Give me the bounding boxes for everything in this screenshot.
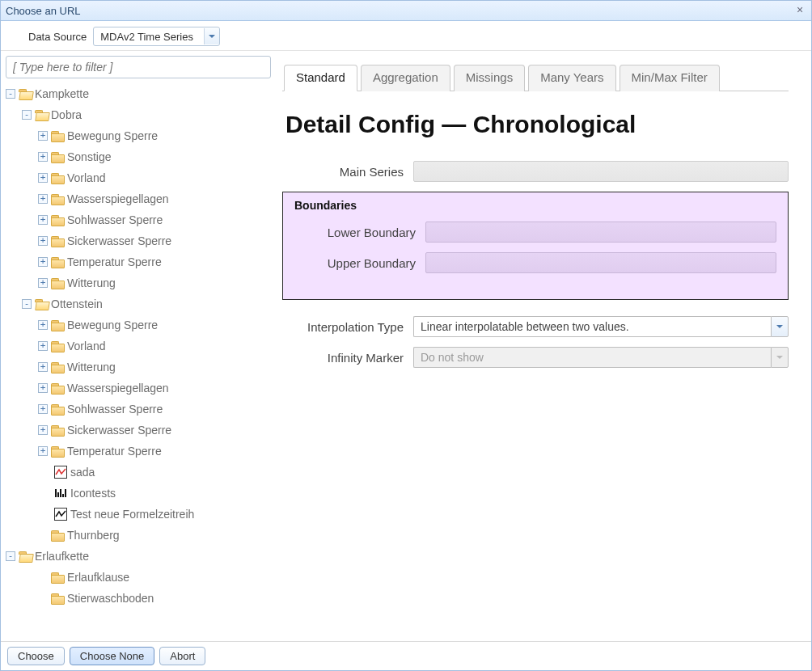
expand-icon[interactable]: +: [38, 383, 48, 393]
boundaries-legend: Boundaries: [294, 199, 776, 212]
tree-node-label: Temperatur Sperre: [67, 251, 162, 272]
tree-node-label: Wasserspiegellagen: [67, 378, 169, 399]
choose-none-button[interactable]: Choose None: [70, 647, 155, 665]
folder-icon: [35, 299, 48, 310]
expand-icon[interactable]: +: [38, 257, 48, 267]
interpolation-value: Linear interpolatable between two values…: [413, 316, 771, 337]
expand-icon[interactable]: +: [38, 152, 48, 162]
tree-node-label: Ottenstein: [51, 293, 103, 314]
tree-node-label: Bewegung Sperre: [67, 125, 158, 146]
folder-icon: [19, 89, 32, 99]
tree-node-label: Erlaufklause: [67, 567, 129, 588]
upper-boundary-input[interactable]: [425, 252, 776, 273]
tree-node[interactable]: -Erlaufkette: [6, 546, 271, 567]
expand-icon[interactable]: +: [38, 320, 48, 330]
collapse-icon[interactable]: -: [22, 110, 32, 120]
tree[interactable]: -Kampkette-Dobra+Bewegung Sperre+Sonstig…: [6, 83, 271, 641]
tree-node[interactable]: sada: [6, 462, 271, 483]
folder-icon: [51, 173, 64, 184]
tree-node-label: Temperatur Sperre: [67, 441, 162, 462]
expand-icon[interactable]: +: [38, 404, 48, 414]
chart-icon: [54, 508, 67, 521]
main-series-label: Main Series: [282, 165, 404, 179]
tree-node[interactable]: +Vorland: [6, 167, 271, 188]
expand-icon[interactable]: +: [38, 362, 48, 372]
tree-node-label: sada: [70, 462, 95, 483]
folder-icon: [51, 341, 64, 352]
tree-node-label: Sonstige: [67, 146, 111, 167]
expand-icon[interactable]: +: [38, 341, 48, 351]
tree-node[interactable]: Icontests: [6, 483, 271, 504]
folder-icon: [51, 446, 64, 457]
filter-input[interactable]: [6, 56, 271, 78]
tree-node[interactable]: +Sickerwasser Sperre: [6, 420, 271, 441]
tree-node[interactable]: +Bewegung Sperre: [6, 125, 271, 146]
tab-missings[interactable]: Missings: [454, 65, 525, 91]
folder-icon: [51, 362, 64, 373]
tree-node[interactable]: +Wasserspiegellagen: [6, 378, 271, 399]
expand-icon[interactable]: +: [38, 215, 48, 225]
expand-icon[interactable]: +: [38, 131, 48, 141]
tree-node[interactable]: Erlaufklause: [6, 567, 271, 588]
tree-node[interactable]: +Sohlwasser Sperre: [6, 399, 271, 420]
folder-icon: [51, 593, 64, 604]
expand-icon[interactable]: +: [38, 278, 48, 288]
chevron-down-icon[interactable]: [204, 28, 219, 44]
tree-node-label: Vorland: [67, 336, 105, 357]
tab-aggregation[interactable]: Aggregation: [361, 65, 450, 91]
folder-icon: [51, 530, 64, 541]
tree-node[interactable]: +Vorland: [6, 336, 271, 357]
folder-icon: [51, 236, 64, 247]
tree-node[interactable]: Thurnberg: [6, 525, 271, 546]
expand-icon[interactable]: +: [38, 446, 48, 456]
folder-icon: [51, 572, 64, 583]
window-title: Choose an URL: [6, 5, 793, 17]
datasource-combo[interactable]: MDAv2 Time Series: [93, 27, 220, 46]
tabs: StandardAggregationMissingsMany YearsMin…: [282, 64, 789, 91]
chevron-down-icon[interactable]: [771, 316, 789, 337]
tree-node-label: Sohlwasser Sperre: [67, 399, 163, 420]
expand-icon[interactable]: +: [38, 194, 48, 204]
tree-node-label: Sohlwasser Sperre: [67, 209, 163, 230]
tree-node[interactable]: Stierwaschboden: [6, 588, 271, 609]
folder-icon: [51, 131, 64, 141]
tree-node-label: Icontests: [70, 483, 116, 504]
tree-node[interactable]: +Bewegung Sperre: [6, 314, 271, 336]
infinity-select: Do not show: [413, 347, 789, 368]
collapse-icon[interactable]: -: [22, 299, 32, 309]
tree-node[interactable]: +Sonstige: [6, 146, 271, 167]
abort-button[interactable]: Abort: [159, 647, 205, 665]
datasource-row: Data Source MDAv2 Time Series: [1, 21, 811, 51]
tree-node[interactable]: -Kampkette: [6, 83, 271, 104]
expand-icon[interactable]: +: [38, 173, 48, 183]
choose-button[interactable]: Choose: [7, 647, 65, 665]
tree-node[interactable]: -Dobra: [6, 104, 271, 125]
tree-node[interactable]: +Witterung: [6, 272, 271, 293]
tab-min-max-filter[interactable]: Min/Max Filter: [620, 65, 720, 91]
tree-node[interactable]: +Wasserspiegellagen: [6, 188, 271, 209]
tree-node[interactable]: +Temperatur Sperre: [6, 441, 271, 462]
tree-node[interactable]: +Witterung: [6, 357, 271, 378]
tree-node-label: Dobra: [51, 104, 82, 125]
tree-node[interactable]: +Sohlwasser Sperre: [6, 209, 271, 230]
folder-icon: [51, 152, 64, 162]
close-icon[interactable]: ×: [793, 4, 806, 17]
collapse-icon[interactable]: -: [6, 551, 15, 561]
tree-node[interactable]: +Temperatur Sperre: [6, 251, 271, 272]
footer: Choose Choose None Abort: [1, 641, 811, 670]
tab-standard[interactable]: Standard: [284, 65, 357, 91]
tab-many-years[interactable]: Many Years: [528, 65, 615, 91]
main-series-input[interactable]: [413, 161, 789, 182]
expand-icon[interactable]: +: [38, 236, 48, 246]
tree-node[interactable]: +Sickerwasser Sperre: [6, 230, 271, 251]
datasource-value: MDAv2 Time Series: [94, 31, 204, 43]
lower-boundary-input[interactable]: [425, 222, 776, 243]
tree-node[interactable]: -Ottenstein: [6, 293, 271, 314]
interpolation-select[interactable]: Linear interpolatable between two values…: [413, 316, 789, 337]
expand-icon[interactable]: +: [38, 425, 48, 435]
folder-icon: [51, 320, 64, 331]
collapse-icon[interactable]: -: [6, 89, 15, 99]
tree-node[interactable]: Test neue Formelzeitreih: [6, 504, 271, 525]
chart-icon: [54, 466, 67, 479]
bars-icon: [54, 487, 67, 500]
